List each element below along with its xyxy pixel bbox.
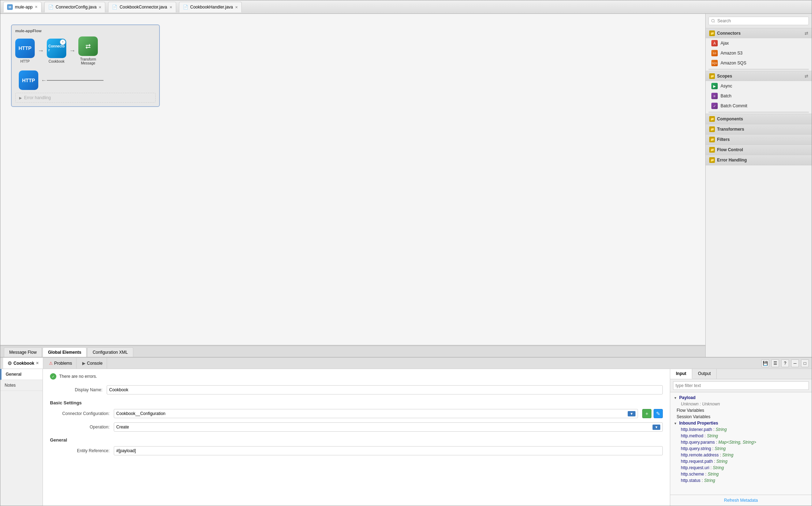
tree-item-http-request-path: http.request.path : String (672, 458, 810, 465)
minimize-button[interactable]: ─ (791, 359, 799, 367)
tab-mule-app-label: mule-app (15, 5, 33, 10)
connectors-scroll-indicator (709, 69, 809, 70)
transform-node[interactable]: ⇄ TransformMessage (78, 36, 98, 65)
connector-config-select[interactable]: Cookbook__Configuration ▼ (114, 409, 638, 418)
tree-item-http-status: http.status : String (672, 477, 810, 484)
unknown-label: Unknown : Unknown (681, 402, 720, 406)
session-vars-label: Session Variables (677, 414, 710, 419)
connectors-label: Connectors (717, 31, 741, 36)
tab-mule-app[interactable]: M mule-app ✕ (3, 2, 41, 12)
sidebar-notes-label: Notes (5, 383, 16, 388)
error-handling-label: Error handling (24, 95, 51, 100)
palette-search-area (706, 14, 812, 28)
io-tab-input[interactable]: Input (670, 369, 692, 379)
batch-commit-icon: ✓ (711, 103, 718, 109)
error-handling-header[interactable]: 📁 Error Handling (706, 155, 812, 165)
palette-item-amazon-s3[interactable]: S3 Amazon S3 (706, 48, 812, 58)
io-tab-output[interactable]: Output (692, 369, 717, 379)
refresh-metadata-button[interactable]: Refresh Metadata (670, 495, 812, 506)
save-button[interactable]: 💾 (761, 359, 769, 367)
entity-reference-input[interactable] (114, 446, 663, 455)
edit-config-button[interactable]: ✎ (654, 409, 663, 418)
tab-cookbook-handler-label: CookbookHandler.java (190, 5, 233, 10)
entity-reference-label: Entity Reference: (57, 448, 114, 453)
amazon-s3-label: Amazon S3 (721, 51, 743, 56)
tab-cookbook-handler-close[interactable]: ✕ (235, 5, 238, 9)
tab-global-elements[interactable]: Global Elements (43, 347, 86, 357)
components-header[interactable]: 📁 Components (706, 114, 812, 124)
async-label: Async (721, 84, 732, 89)
palette-item-ajax[interactable]: A Ajax (706, 38, 812, 48)
operation-value: Create (116, 425, 129, 430)
panel-tab-cookbook[interactable]: ⚙ Cookbook ✕ (3, 358, 43, 369)
operation-label: Operation: (57, 425, 114, 430)
tree-item-http-remote-address: http.remote.address : String (672, 452, 810, 458)
palette-item-batch-commit[interactable]: ✓ Batch Commit (706, 101, 812, 111)
filters-folder-icon: 📁 (709, 137, 715, 142)
io-search-area (670, 379, 812, 392)
tab-connector-config-close[interactable]: ✕ (99, 5, 101, 9)
palette-group-transformers: 📁 Transformers (706, 124, 812, 135)
palette-panel: 📁 Connectors ⇄ A Ajax S3 Amazon S3 (705, 14, 812, 357)
flow-return-row: HTTP ← (15, 70, 156, 90)
connector-config-row: Connector Configuration: Cookbook__Confi… (50, 409, 663, 418)
http-node[interactable]: HTTP HTTP (15, 39, 35, 63)
palette-item-async[interactable]: ▶ Async (706, 81, 812, 91)
add-config-button[interactable]: + (642, 409, 651, 418)
operation-dropdown-icon: ▼ (653, 425, 660, 430)
help-button[interactable]: ? (781, 359, 789, 367)
display-name-label: Display Name: (50, 387, 107, 392)
transformers-header[interactable]: 📁 Transformers (706, 124, 812, 134)
general-section-header: General (50, 437, 663, 443)
palette-item-amazon-sqs[interactable]: SQS Amazon SQS (706, 58, 812, 68)
maximize-button[interactable]: □ (801, 359, 809, 367)
return-arrow-line: ← (41, 77, 103, 84)
panel-tab-cookbook-close[interactable]: ✕ (36, 361, 39, 365)
panel-tab-problems[interactable]: ⚠ Problems (45, 358, 77, 369)
flow-control-header[interactable]: 📁 Flow Control (706, 145, 812, 155)
flow-vars-label: Flow Variables (677, 408, 704, 413)
panel-tab-console[interactable]: ▶ Console (78, 358, 107, 369)
display-name-input[interactable] (107, 385, 663, 394)
arrow-1: → (38, 47, 44, 55)
error-handling-section[interactable]: ▶ Error handling (15, 93, 156, 103)
cookbook-node[interactable]: Connector + Cookbook (47, 39, 66, 63)
connector-config-actions: + ✎ (642, 409, 663, 418)
components-label: Components (717, 116, 743, 121)
bottom-panel: ⚙ Cookbook ✕ ⚠ Problems ▶ Console 💾 ☰ ? … (0, 357, 812, 506)
tab-configuration-xml[interactable]: Configuration XML (87, 347, 133, 357)
properties-button[interactable]: ☰ (771, 359, 779, 367)
sidebar-item-notes[interactable]: Notes (0, 380, 43, 391)
tab-cookbook-handler[interactable]: 📄 CookbookHandler.java ✕ (179, 2, 242, 12)
tab-global-elements-label: Global Elements (48, 350, 81, 355)
refresh-metadata-label: Refresh Metadata (724, 498, 758, 503)
io-search-input[interactable] (673, 381, 809, 390)
error-handling-folder-icon: 📁 (709, 157, 715, 163)
return-http-node[interactable]: HTTP (19, 70, 38, 90)
palette-search-input[interactable] (709, 17, 809, 25)
tab-mule-app-close[interactable]: ✕ (35, 5, 38, 9)
io-tab-output-label: Output (698, 371, 711, 376)
palette-item-batch[interactable]: ≡ Batch (706, 91, 812, 101)
flow-control-label: Flow Control (717, 147, 743, 152)
tree-item-session-vars: Session Variables (672, 414, 810, 420)
scopes-expand-icon: ⇄ (805, 74, 808, 79)
connectors-header[interactable]: 📁 Connectors ⇄ (706, 28, 812, 38)
tab-message-flow[interactable]: Message Flow (4, 347, 42, 357)
io-panel: Input Output ▼ Payload Unkno (670, 369, 812, 506)
scopes-header[interactable]: 📁 Scopes ⇄ (706, 71, 812, 81)
operation-select[interactable]: Create ▼ (114, 422, 663, 432)
panel-form: ✓ There are no errors. Display Name: Bas… (43, 369, 670, 506)
canvas-area: mule-appFlow HTTP HTTP → (0, 14, 705, 357)
sidebar-item-general[interactable]: General (0, 369, 43, 380)
tree-item-unknown: Unknown : Unknown (672, 401, 810, 407)
tab-cookbook-connector[interactable]: 📄 CookbookConnector.java ✕ (108, 2, 176, 12)
amazon-sqs-label: Amazon SQS (721, 61, 746, 66)
tab-connector-config[interactable]: 📄 ConnectorConfig.java ✕ (44, 2, 105, 12)
scopes-label: Scopes (717, 74, 732, 79)
canvas-bottom-tabs: Message Flow Global Elements Configurati… (0, 346, 705, 357)
success-message: ✓ There are no errors. (50, 373, 663, 380)
async-icon: ▶ (711, 83, 718, 89)
filters-header[interactable]: 📁 Filters (706, 135, 812, 144)
tab-cookbook-connector-close[interactable]: ✕ (169, 5, 172, 9)
